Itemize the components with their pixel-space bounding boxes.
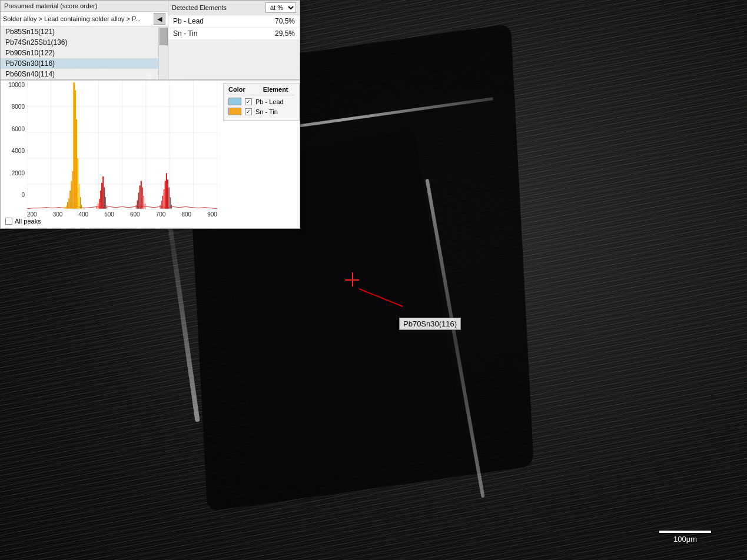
legend-element-label: Pb - Lead	[255, 98, 284, 105]
element-name: Pb - Lead	[173, 17, 271, 25]
detected-elements-title: Detected Elements	[172, 4, 263, 11]
scroll-thumb[interactable]	[160, 28, 168, 45]
legend-entries: ✓ Pb - Lead ✓ Sn - Tin	[228, 98, 294, 115]
y-axis: 1000080006000400020000	[1, 81, 27, 210]
material-item[interactable]: Pb90Sn10(122)	[1, 48, 158, 58]
x-axis-label: 700	[156, 211, 166, 218]
x-axis-label: 900	[207, 211, 217, 218]
chart-legend-row: 1000080006000400020000	[1, 80, 300, 228]
annotation-text: Pb70Sn30(116)	[403, 319, 457, 328]
element-row: Pb - Lead 70,5%	[168, 15, 300, 28]
material-item[interactable]: Pb74Sn25Sb1(136)	[1, 37, 158, 48]
chart-area: 1000080006000400020000	[1, 81, 217, 210]
detected-elements-section: Detected Elements at % wt % Pb - Lead 70…	[168, 1, 300, 79]
breadcrumb-text: Solder alloy > Lead containing solder al…	[3, 15, 150, 22]
element-percent: 70,5%	[271, 17, 295, 25]
x-axis-label: 600	[130, 211, 140, 218]
analysis-panel: Presumed material (score order) Solder a…	[0, 0, 300, 229]
list-scrollbar[interactable]	[158, 26, 168, 79]
legend-checkbox[interactable]: ✓	[245, 98, 252, 105]
y-axis-label: 10000	[8, 82, 25, 88]
legend-color-header: Color	[228, 86, 245, 93]
x-axis-labels: 200300400500600700800900	[1, 211, 217, 218]
y-axis-label: 4000	[12, 148, 25, 154]
materials-list: Pb85Sn15(121)Pb74Sn25Sb1(136)Pb90Sn10(12…	[1, 26, 158, 79]
material-item[interactable]: Pb70Sn30(116)	[1, 58, 158, 69]
element-name: Sn - Tin	[173, 29, 271, 38]
panel-top-row: Presumed material (score order) Solder a…	[1, 1, 300, 80]
legend-entry: ✓ Sn - Tin	[228, 108, 294, 115]
material-item[interactable]: Pb60Sn40(114)	[1, 69, 158, 79]
scale-bar	[659, 530, 712, 534]
legend-color-box	[228, 108, 241, 115]
legend-checkbox[interactable]: ✓	[245, 108, 252, 115]
chart-canvas	[27, 81, 217, 210]
presumed-material-section: Presumed material (score order) Solder a…	[1, 1, 168, 79]
chart-section: 1000080006000400020000	[1, 81, 217, 228]
x-axis-label: 500	[104, 211, 114, 218]
material-item[interactable]: Pb85Sn15(121)	[1, 26, 158, 37]
scale-bar-container: 100μm	[659, 530, 712, 544]
all-peaks-label: All peaks	[15, 218, 41, 225]
legend-entry: ✓ Pb - Lead	[228, 98, 294, 105]
annotation-label: Pb70Sn30(116)	[399, 318, 461, 330]
y-axis-label: 0	[21, 192, 25, 198]
y-axis-label: 6000	[12, 126, 25, 132]
materials-list-container: Pb85Sn15(121)Pb74Sn25Sb1(136)Pb90Sn10(12…	[1, 26, 168, 79]
spectrum-chart-svg	[27, 81, 217, 210]
y-axis-label: 8000	[12, 104, 25, 110]
x-axis-label: 400	[79, 211, 89, 218]
presumed-material-header: Presumed material (score order)	[1, 1, 168, 12]
x-axis-label: 200	[27, 211, 37, 218]
y-axis-label: 2000	[12, 170, 25, 176]
legend-panel: Color Element ✓ Pb - Lead ✓ Sn - Tin	[223, 83, 300, 121]
legend-element-label: Sn - Tin	[255, 108, 278, 115]
element-percent: 29,5%	[271, 29, 295, 38]
elements-list: Pb - Lead 70,5%Sn - Tin 29,5%	[168, 15, 300, 40]
legend-color-box	[228, 98, 241, 105]
x-axis-label: 300	[53, 211, 63, 218]
unit-dropdown[interactable]: at % wt %	[265, 2, 296, 13]
all-peaks-row: All peaks	[1, 218, 217, 228]
breadcrumb-back-button[interactable]: ◀	[154, 13, 165, 25]
all-peaks-checkbox[interactable]	[5, 218, 12, 225]
legend-element-header: Element	[263, 86, 288, 93]
legend-header: Color Element	[228, 86, 294, 95]
x-axis-label: 800	[182, 211, 192, 218]
breadcrumb-row: Solder alloy > Lead containing solder al…	[1, 12, 168, 26]
element-row: Sn - Tin 29,5%	[168, 28, 300, 40]
detected-elements-header: Detected Elements at % wt %	[168, 1, 300, 15]
scale-label: 100μm	[673, 535, 697, 544]
